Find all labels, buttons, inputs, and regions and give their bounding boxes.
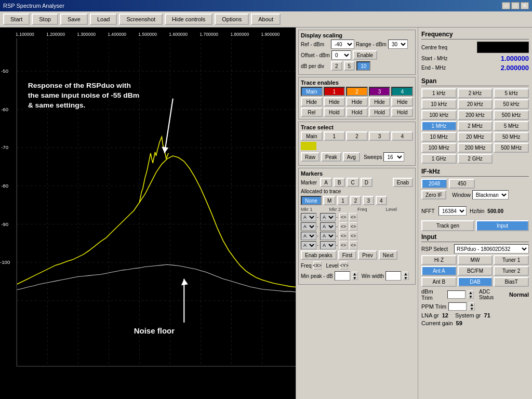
span-5khz[interactable]: 5 kHz: [494, 88, 529, 98]
db-div-2-btn[interactable]: 2: [331, 61, 342, 71]
hold-4-btn[interactable]: Hold: [391, 108, 413, 117]
first-btn[interactable]: First: [338, 250, 356, 260]
tuner2-btn[interactable]: Tuner 2: [494, 266, 529, 276]
minimize-btn[interactable]: ─: [502, 2, 510, 9]
mkr2-sel-2[interactable]: A: [320, 222, 336, 231]
min-peak-input[interactable]: 10: [335, 271, 350, 281]
alloc-2-btn[interactable]: 2: [350, 196, 362, 205]
options-button[interactable]: Options: [215, 14, 249, 25]
level-xy-btn[interactable]: <Y>: [340, 261, 348, 270]
freq-btn-3[interactable]: <>: [339, 232, 348, 240]
offset-select[interactable]: 0510: [331, 50, 351, 60]
marker-c-btn[interactable]: C: [347, 178, 358, 187]
level-btn-1[interactable]: <>: [349, 213, 357, 221]
span-200khz[interactable]: 200 kHz: [458, 110, 493, 120]
screenshot-button[interactable]: Screenshot: [119, 14, 163, 25]
level-btn-3[interactable]: <>: [349, 232, 357, 240]
enable-button[interactable]: Enable: [353, 50, 377, 60]
biast-btn[interactable]: BiasT: [494, 277, 529, 287]
dab-btn[interactable]: DAB: [458, 277, 493, 287]
mkr2-sel-3[interactable]: A: [320, 232, 336, 240]
marker-b-btn[interactable]: B: [334, 178, 345, 187]
span-20khz[interactable]: 20 kHz: [458, 99, 493, 109]
hiz-btn[interactable]: Hi Z: [421, 255, 457, 265]
load-button[interactable]: Load: [90, 14, 117, 25]
hide-1-btn[interactable]: Hide: [324, 97, 345, 107]
span-2mhz[interactable]: 2 MHz: [458, 121, 493, 131]
mkr1-sel-2[interactable]: A: [301, 222, 316, 231]
mkr1-sel-4[interactable]: A: [301, 241, 316, 249]
span-50mhz[interactable]: 50 MHz: [494, 132, 529, 142]
trace-2-btn[interactable]: 2: [346, 87, 368, 96]
marker-a-btn[interactable]: A: [320, 178, 332, 187]
mkr1-sel-1[interactable]: A: [301, 213, 316, 221]
span-5mhz[interactable]: 5 MHz: [494, 121, 529, 131]
dbm-trim-input[interactable]: 0.0: [447, 290, 466, 299]
centre-freq-input[interactable]: 1.500000: [477, 42, 529, 53]
span-50khz[interactable]: 50 kHz: [494, 99, 529, 109]
antb-btn[interactable]: Ant B: [421, 277, 457, 287]
enab-btn[interactable]: Enab: [393, 178, 413, 187]
ts-2-btn[interactable]: 2: [346, 131, 368, 141]
window-select[interactable]: BlackmanHanningNone: [472, 190, 509, 200]
db-div-5-btn[interactable]: 5: [344, 61, 355, 71]
freq-btn-2[interactable]: <>: [339, 222, 348, 231]
alloc-4-btn[interactable]: 4: [376, 196, 387, 205]
span-100mhz[interactable]: 100 MHz: [421, 143, 457, 153]
span-20mhz[interactable]: 20 MHz: [458, 132, 493, 142]
span-2ghz[interactable]: 2 GHz: [458, 154, 493, 164]
bcfm-btn[interactable]: BC/FM: [458, 266, 493, 276]
db-div-10-btn[interactable]: 10: [356, 61, 370, 71]
rel-main-btn[interactable]: Rel: [301, 108, 323, 117]
start-button[interactable]: Start: [3, 14, 30, 25]
hide-4-btn[interactable]: Hide: [391, 97, 413, 107]
raw-btn[interactable]: Raw: [301, 152, 320, 162]
ts-1-btn[interactable]: 1: [324, 131, 345, 141]
span-1mhz[interactable]: 1 MHz: [421, 121, 457, 131]
ref-select[interactable]: -40-30-20: [331, 39, 354, 49]
ts-3-btn[interactable]: 3: [369, 131, 391, 141]
hide-2-btn[interactable]: Hide: [346, 97, 368, 107]
enab-peaks-btn[interactable]: Enab peaks: [301, 250, 337, 260]
span-1ghz[interactable]: 1 GHz: [421, 154, 457, 164]
mkr2-sel-4[interactable]: A: [320, 241, 336, 249]
trace-3-btn[interactable]: 3: [369, 87, 391, 96]
next-btn[interactable]: Next: [379, 250, 398, 260]
span-10mhz[interactable]: 10 MHz: [421, 132, 457, 142]
trace-main-btn[interactable]: Main: [301, 87, 323, 96]
zero-if-btn[interactable]: Zero IF: [421, 190, 446, 200]
about-button[interactable]: About: [251, 14, 281, 25]
maximize-btn[interactable]: □: [511, 2, 520, 9]
ts-4-btn[interactable]: 4: [391, 131, 413, 141]
hide-3-btn[interactable]: Hide: [369, 97, 391, 107]
hide-controls-button[interactable]: Hide controls: [165, 14, 212, 25]
prev-btn[interactable]: Prev: [358, 250, 377, 260]
alloc-1-btn[interactable]: 1: [337, 196, 349, 205]
track-gen-btn[interactable]: Track gen: [421, 220, 474, 231]
dbm-down[interactable]: ▼: [468, 295, 474, 299]
freq-btn-1[interactable]: <>: [339, 213, 348, 221]
hide-main-btn[interactable]: Hide: [301, 97, 323, 107]
avg-btn[interactable]: Avg: [343, 152, 360, 162]
if-2048-btn[interactable]: 2048: [421, 179, 447, 189]
span-500mhz[interactable]: 500 MHz: [494, 143, 529, 153]
span-100khz[interactable]: 100 kHz: [421, 110, 457, 120]
input-btn[interactable]: Input: [476, 220, 529, 231]
hold-3-btn[interactable]: Hold: [369, 108, 391, 117]
stop-button[interactable]: Stop: [32, 14, 58, 25]
peak-btn[interactable]: Peak: [321, 152, 341, 162]
rsp-select[interactable]: RSPduo - 180602D532: [454, 244, 529, 254]
mkr1-sel-3[interactable]: A: [301, 232, 316, 240]
level-btn-4[interactable]: <>: [349, 241, 357, 249]
sweeps-select[interactable]: 16832: [383, 152, 404, 162]
trace-4-btn[interactable]: 4: [391, 87, 413, 96]
span-200mhz[interactable]: 200 MHz: [458, 143, 493, 153]
freq-btn-4[interactable]: <>: [339, 241, 348, 249]
span-1khz[interactable]: 1 kHz: [421, 88, 457, 98]
level-btn-2[interactable]: <>: [349, 222, 357, 231]
tuner1-btn[interactable]: Tuner 1: [494, 255, 529, 265]
alloc-none-btn[interactable]: None: [301, 196, 322, 205]
freq-xy-btn[interactable]: <X>: [313, 261, 322, 270]
win-width-input[interactable]: 10: [385, 271, 401, 281]
min-peak-down[interactable]: ▼: [352, 276, 358, 280]
